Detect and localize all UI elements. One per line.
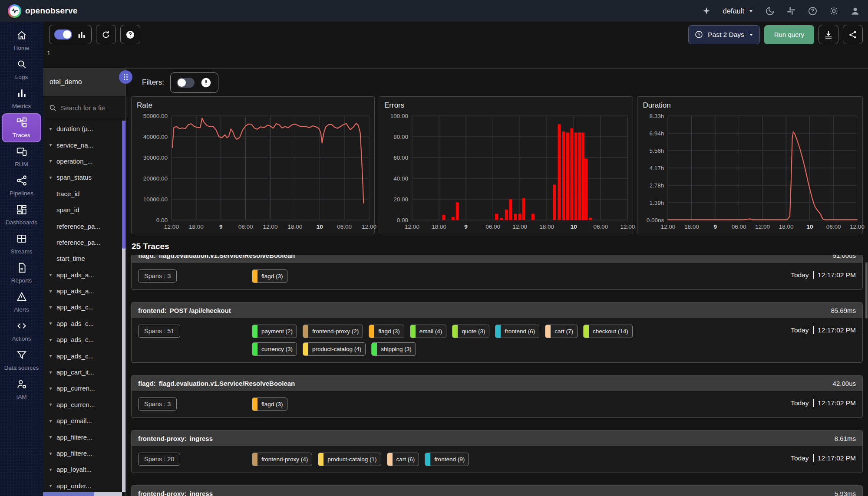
service-chips: flagd (3) [252, 397, 791, 411]
sidebar-item-pipelines[interactable]: Pipelines [0, 171, 43, 200]
service-chip: checkout (14) [583, 325, 633, 338]
y-axis: 8.33h6.94h5.56h4.17h2.78h1.39h0.00ns [643, 116, 668, 220]
duration-chart[interactable]: Duration 8.33h6.94h5.56h4.17h2.78h1.39h0… [637, 96, 863, 234]
trace-duration: 85.69ms [831, 307, 856, 314]
streams-icon [16, 233, 27, 246]
slack-icon[interactable] [786, 6, 796, 16]
fields-horizontal-scrollbar[interactable] [43, 492, 122, 496]
help-icon[interactable] [807, 6, 818, 16]
trace-time: 12:17:02 PM [818, 326, 856, 334]
service-chip: flagd (3) [252, 269, 287, 283]
home-icon [16, 30, 27, 43]
chart-title: Errors [384, 101, 627, 110]
share-button[interactable] [843, 25, 863, 44]
refresh-icon [101, 30, 111, 40]
user-icon[interactable] [850, 6, 860, 16]
service-chip-label: product-catalog (4) [308, 343, 365, 355]
field-item[interactable]: reference_pa... [43, 234, 122, 250]
rate-chart[interactable]: Rate 50000.0040000.0030000.0020000.00100… [131, 96, 375, 234]
trace-card[interactable]: flagd:flagd.evaluation.v1.Service/Resolv… [131, 375, 863, 418]
trace-date: Today [791, 454, 809, 462]
field-item[interactable]: start_time [43, 250, 122, 266]
field-item[interactable]: ▾ app_filtere... [43, 445, 122, 461]
field-item[interactable]: ▾ app_ads_c... [43, 299, 122, 315]
field-item[interactable]: ▾ app_loyalt... [43, 461, 122, 477]
field-item[interactable]: ▾ service_na... [43, 137, 122, 153]
rum-icon [16, 146, 27, 159]
field-search-input[interactable] [61, 104, 112, 112]
field-item[interactable]: reference_pa... [43, 218, 122, 234]
sidebar-item-rum[interactable]: RUM [0, 142, 43, 171]
traces-icon [16, 117, 27, 130]
field-item[interactable]: ▾ span_status [43, 169, 122, 185]
sidebar-item-streams[interactable]: Streams [0, 230, 43, 259]
field-item[interactable]: ▾ app_ads_c... [43, 315, 122, 332]
trace-service: frontend: [138, 307, 167, 314]
sidebar-item-alerts[interactable]: Alerts [0, 288, 43, 317]
filters-toggle[interactable] [177, 78, 195, 88]
trace-card[interactable]: frontend:POST /api/checkout 85.69ms Span… [131, 302, 863, 363]
chevron-down-icon: ▾ [47, 174, 54, 181]
gear-icon[interactable] [828, 6, 839, 16]
chevron-down-icon: ▾ [47, 288, 54, 294]
run-query-button[interactable]: Run query [764, 25, 814, 44]
query-help-button[interactable] [120, 25, 140, 44]
trace-card[interactable]: frontend-proxy:ingress 5.93ms [131, 485, 863, 496]
field-item[interactable]: ▾ app_ads_a... [43, 283, 122, 299]
sidebar-item-actions[interactable]: Actions [0, 317, 43, 346]
service-color-bar [252, 270, 257, 282]
spans-count-chip: Spans : 51 [138, 325, 180, 338]
sidebar-item-home[interactable]: Home [0, 26, 43, 55]
fields-vertical-scrollbar[interactable] [122, 121, 125, 492]
query-editor[interactable]: 1 [43, 47, 868, 69]
trace-duration: 8.61ms [835, 435, 856, 442]
trace-card[interactable]: frontend-proxy:ingress 8.61ms Spans : 20… [131, 430, 863, 473]
sidebar-item-traces[interactable]: Traces [2, 113, 41, 142]
field-item[interactable]: ▾ app_ads_c... [43, 332, 122, 348]
sidebar-item-dashboards[interactable]: Dashboards [0, 200, 43, 230]
service-chip-label: currency (3) [257, 343, 297, 355]
moon-icon[interactable] [765, 6, 775, 16]
trace-duration: 42.00us [833, 380, 856, 387]
field-item[interactable]: ▾ app_email... [43, 413, 122, 429]
exclamation-icon[interactable] [200, 77, 212, 89]
trace-service: flagd: [138, 380, 156, 387]
field-item[interactable]: ▾ app_order... [43, 478, 122, 492]
chevron-down-icon: ▾ [47, 418, 54, 424]
sidebar-item-iam[interactable]: IAM [0, 375, 43, 404]
sidebar-item-data-sources[interactable]: Data sources [0, 346, 43, 375]
sidebar-item-reports[interactable]: Reports [0, 259, 43, 288]
traces-scrollbar[interactable] [865, 262, 868, 319]
refresh-button[interactable] [96, 25, 116, 44]
service-chip: flagd (3) [369, 325, 404, 338]
field-item[interactable]: trace_id [43, 186, 122, 202]
stream-selector[interactable]: otel_demo [43, 69, 125, 95]
time-range-picker[interactable]: Past 2 Days [688, 25, 760, 44]
download-button[interactable] [818, 25, 838, 44]
service-chip-label: quote (3) [458, 325, 489, 338]
sparkle-icon[interactable] [701, 6, 712, 16]
field-item[interactable]: ▾ app_curren... [43, 397, 122, 413]
trace-card[interactable]: flagd:flagd.evaluation.v1.Service/Resolv… [131, 255, 863, 290]
sidebar-item-metrics[interactable]: Metrics [0, 84, 43, 113]
brand[interactable]: openobserve [8, 4, 77, 18]
field-item[interactable]: ▾ app_ads_c... [43, 348, 122, 364]
field-item[interactable]: ▾ duration (µ... [43, 121, 122, 137]
field-item[interactable]: ▾ app_ads_a... [43, 267, 122, 283]
errors-chart[interactable]: Errors 100.0080.0060.0040.0020.000.00 12… [379, 96, 633, 234]
field-item[interactable]: span_id [43, 202, 122, 218]
traces-count: 25 Traces [132, 242, 868, 251]
field-item[interactable]: ▾ app_cart_it... [43, 364, 122, 380]
actions-icon [16, 320, 27, 333]
field-item[interactable]: ▾ app_curren... [43, 380, 122, 396]
openobserve-logo-icon [8, 4, 21, 18]
field-item[interactable]: ▾ app_filtere... [43, 429, 122, 445]
field-item[interactable]: ▾ operation_... [43, 153, 122, 169]
sql-mode-toggle[interactable] [54, 30, 72, 39]
histogram-icon[interactable] [77, 30, 86, 39]
org-selector[interactable]: default [723, 7, 754, 15]
trace-timestamp: Today 12:17:02 PM [791, 269, 856, 279]
sidebar-item-logs[interactable]: Logs [0, 55, 43, 84]
download-icon [824, 30, 833, 39]
panel-drag-handle-icon[interactable] [119, 70, 132, 84]
